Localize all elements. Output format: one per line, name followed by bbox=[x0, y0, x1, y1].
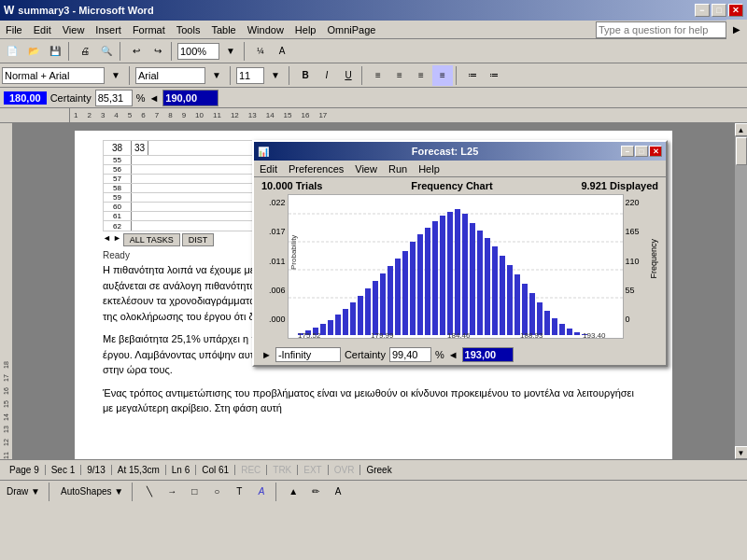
svg-text:179,99: 179,99 bbox=[371, 331, 394, 339]
align-right-button[interactable]: ≡ bbox=[411, 65, 431, 86]
menu-view[interactable]: View bbox=[57, 22, 91, 37]
minimize-button[interactable]: − bbox=[695, 4, 710, 17]
svg-rect-33 bbox=[514, 274, 520, 335]
nav-left-arrow[interactable]: ◄ bbox=[148, 92, 159, 104]
toolbar-formatting: ▼ ▼ ▼ B I U ≡ ≡ ≡ ≡ ≔ ≔ bbox=[0, 63, 747, 88]
align-center-button[interactable]: ≡ bbox=[389, 65, 410, 86]
svg-rect-29 bbox=[485, 238, 490, 335]
dialog-value-input[interactable] bbox=[462, 347, 514, 362]
menu-edit[interactable]: Edit bbox=[28, 22, 57, 37]
zoom-dropdown[interactable]: ▼ bbox=[220, 41, 241, 62]
autoshapes-dropdown-button[interactable]: AutoShapes ▼ bbox=[56, 482, 128, 502]
rect-tool[interactable]: □ bbox=[184, 482, 204, 502]
nav-right-btn[interactable]: ► bbox=[113, 233, 121, 246]
separator-4 bbox=[244, 42, 247, 61]
nav-left-btn[interactable]: ◄ bbox=[103, 233, 111, 246]
ruler-corner bbox=[0, 108, 70, 122]
scroll-up-button[interactable]: ▲ bbox=[735, 123, 748, 136]
dialog-nav-right[interactable]: ◄ bbox=[448, 349, 458, 360]
redo-button[interactable]: ↪ bbox=[148, 41, 168, 62]
align-left-button[interactable]: ≡ bbox=[368, 65, 388, 86]
sep-f2 bbox=[230, 66, 233, 85]
menu-help[interactable]: Help bbox=[289, 22, 322, 37]
menu-format[interactable]: Format bbox=[127, 22, 171, 37]
menu-insert[interactable]: Insert bbox=[90, 22, 127, 37]
fill-color-button[interactable]: ▲ bbox=[283, 482, 303, 502]
font-size-input[interactable] bbox=[236, 67, 264, 84]
bold-button[interactable]: B bbox=[295, 65, 316, 86]
paragraph-3: Ένας τρόπος αντιμετώπισης του προβλήματο… bbox=[103, 385, 644, 416]
fraction-button[interactable]: ¼ bbox=[250, 41, 271, 62]
menu-window[interactable]: Window bbox=[242, 22, 289, 37]
arrow-tool[interactable]: → bbox=[162, 482, 182, 502]
font-dropdown-btn[interactable]: ▼ bbox=[206, 65, 227, 86]
zoom-input[interactable] bbox=[177, 43, 219, 60]
cell-a38[interactable]: 33 bbox=[132, 141, 148, 155]
help-search-input[interactable] bbox=[596, 21, 726, 38]
dialog-maximize-button[interactable]: □ bbox=[635, 146, 648, 157]
italic-button[interactable]: I bbox=[317, 65, 337, 86]
justify-button[interactable]: ≡ bbox=[432, 65, 453, 86]
line-tool[interactable]: ╲ bbox=[139, 482, 160, 502]
y-axis-right: 220 165 110 55 0 bbox=[624, 194, 650, 341]
dialog-nav-left[interactable]: ► bbox=[261, 349, 272, 360]
dialog-menu-preferences[interactable]: Preferences bbox=[283, 162, 349, 175]
wordart-tool[interactable]: A bbox=[251, 482, 272, 502]
dialog-menu-help[interactable]: Help bbox=[413, 162, 445, 175]
numbering-button[interactable]: ≔ bbox=[484, 65, 504, 86]
svg-rect-20 bbox=[417, 234, 423, 335]
dialog-close-button[interactable]: ✕ bbox=[649, 146, 662, 157]
font-dropdown[interactable] bbox=[135, 67, 205, 84]
dialog-certainty-input[interactable] bbox=[389, 347, 431, 362]
svg-rect-15 bbox=[380, 273, 386, 335]
infinity-input[interactable] bbox=[275, 347, 341, 362]
bullets-button[interactable]: ≔ bbox=[462, 65, 483, 86]
style-dropdown-btn[interactable]: ▼ bbox=[106, 65, 126, 86]
status-sec: Sec 1 bbox=[46, 465, 82, 475]
draw-dropdown-button[interactable]: Draw ▼ bbox=[2, 482, 45, 502]
svg-rect-12 bbox=[358, 296, 363, 335]
menu-file[interactable]: File bbox=[0, 22, 28, 37]
dialog-minimize-button[interactable]: − bbox=[621, 146, 634, 157]
font-size-dropdown-btn[interactable]: ▼ bbox=[265, 65, 286, 86]
tab-all-tasks[interactable]: ALL TASKS bbox=[123, 233, 180, 246]
svg-text:188,93: 188,93 bbox=[520, 331, 543, 339]
style-dropdown[interactable] bbox=[2, 67, 105, 84]
print-button[interactable]: 🖨 bbox=[75, 41, 95, 62]
font-color-button[interactable]: A bbox=[328, 482, 348, 502]
underline-button[interactable]: U bbox=[338, 65, 359, 86]
textbox-tool[interactable]: T bbox=[229, 482, 249, 502]
dialog-menu-run[interactable]: Run bbox=[383, 162, 413, 175]
menu-table[interactable]: Table bbox=[205, 22, 241, 37]
new-button[interactable]: 📄 bbox=[2, 41, 22, 62]
scroll-track[interactable] bbox=[735, 136, 748, 446]
menu-tools[interactable]: Tools bbox=[171, 22, 206, 37]
maximize-button[interactable]: □ bbox=[712, 4, 726, 17]
certainty-input[interactable] bbox=[95, 90, 133, 106]
dialog-menu-view[interactable]: View bbox=[349, 162, 383, 175]
help-search-button[interactable]: ▶ bbox=[726, 20, 747, 40]
close-button[interactable]: ✕ bbox=[728, 4, 743, 17]
menu-omnipage[interactable]: OmniPage bbox=[321, 22, 381, 37]
preview-button[interactable]: 🔍 bbox=[96, 41, 117, 62]
svg-rect-32 bbox=[507, 265, 513, 335]
cell-ref-highlight: 180,00 bbox=[4, 91, 47, 105]
forecast-value-input[interactable] bbox=[162, 90, 218, 106]
svg-rect-28 bbox=[477, 231, 483, 335]
scroll-thumb[interactable] bbox=[736, 137, 747, 165]
chart-svg-container: 175,52 179,99 184,46 188,93 193,40 Proba… bbox=[288, 194, 624, 341]
oval-tool[interactable]: ○ bbox=[206, 482, 227, 502]
status-ln: Ln 6 bbox=[166, 465, 196, 475]
forecast-dialog: 📊 Forecast: L25 − □ ✕ Edit Preferences V… bbox=[252, 140, 668, 367]
svg-rect-19 bbox=[410, 242, 416, 335]
svg-rect-8 bbox=[328, 320, 333, 335]
frequency-label: Frequency bbox=[649, 239, 658, 279]
open-button[interactable]: 📂 bbox=[23, 41, 44, 62]
scroll-down-button[interactable]: ▼ bbox=[735, 446, 748, 459]
tab-dist[interactable]: DIST bbox=[182, 233, 215, 246]
line-color-button[interactable]: ✏ bbox=[305, 482, 326, 502]
undo-button[interactable]: ↩ bbox=[126, 41, 147, 62]
save-button[interactable]: 💾 bbox=[45, 41, 65, 62]
highlight-button[interactable]: A bbox=[272, 41, 292, 62]
dialog-menu-edit[interactable]: Edit bbox=[254, 162, 283, 175]
